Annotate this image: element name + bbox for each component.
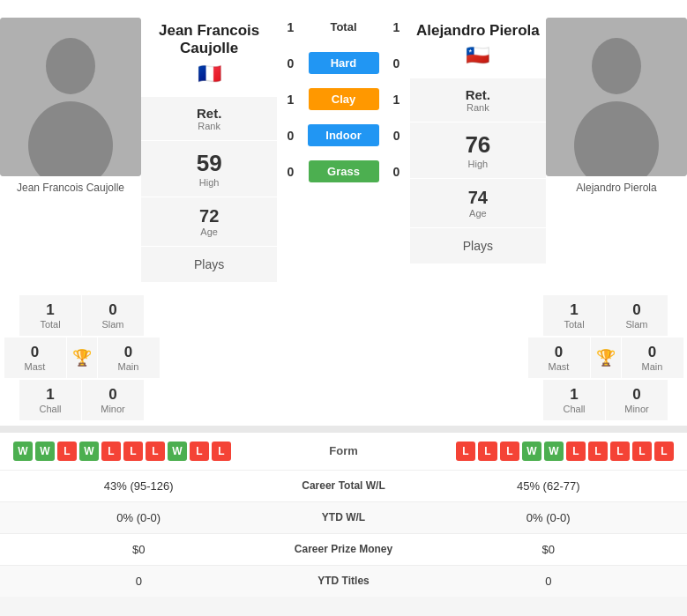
player1-photo-col: Jean Francois Caujolle: [0, 9, 141, 286]
stats-row: $0 Career Prize Money $0: [0, 533, 687, 565]
player2-flag: 🇨🇱: [416, 44, 540, 67]
player2-plays: Plays: [410, 228, 546, 263]
player1-photo: [0, 18, 141, 176]
hard-p1: 0: [282, 56, 300, 71]
grass-btn[interactable]: Grass: [309, 160, 379, 182]
clay-row: 1 Clay 1: [281, 81, 405, 117]
form-badge-p2: L: [632, 442, 652, 461]
p2-minor-cell: 0 Minor: [606, 380, 668, 420]
p2-trophy: 🏆: [591, 338, 621, 378]
svg-point-1: [46, 38, 95, 94]
stats-label: YTD Titles: [265, 575, 423, 587]
total-p1: 1: [282, 20, 300, 34]
total-p2: 1: [388, 20, 406, 34]
p2-total-slam-row: 1 Total 0 Slam: [524, 295, 687, 336]
p1-main-label: Main: [107, 361, 151, 372]
player1-bottom-stats: 1 Total 0 Slam 0 Mast 🏆 0 Main: [0, 295, 163, 421]
stats-label: YTD W/L: [265, 511, 423, 523]
p1-chall-val: 1: [28, 386, 72, 404]
indoor-p2: 0: [388, 129, 406, 143]
p2-slam-cell: 0 Slam: [606, 295, 668, 336]
player2-info: Alejandro Pierola 🇨🇱: [412, 13, 544, 71]
player2-age-box: 74 Age: [410, 179, 546, 227]
player2-rank-val: Ret.: [419, 87, 537, 102]
center-spacer: [163, 295, 524, 421]
stats-p1-val: 0: [13, 575, 265, 588]
player1-form-badges: WWLWLLLWLL: [13, 442, 300, 461]
form-badge-p2: L: [456, 442, 475, 461]
stats-label: Career Prize Money: [265, 543, 423, 555]
player1-high-box: 59 High: [141, 141, 277, 197]
p2-main-label: Main: [631, 361, 675, 372]
p1-minor-cell: 0 Minor: [82, 380, 144, 420]
stats-p1-val: $0: [13, 543, 265, 556]
p1-total-cell: 1 Total: [19, 295, 81, 336]
stats-p2-val: $0: [423, 543, 675, 556]
indoor-row: 0 Indoor 0: [281, 117, 405, 153]
p1-minor-label: Minor: [91, 404, 135, 414]
p2-mast-main-row: 0 Mast 🏆 0 Main: [524, 338, 687, 378]
clay-p1: 1: [282, 93, 300, 107]
player2-age-val: 74: [419, 188, 537, 208]
clay-btn[interactable]: Clay: [309, 88, 379, 110]
section-divider: [0, 426, 687, 433]
hard-row: 0 Hard 0: [281, 45, 405, 81]
center-column: 1 Total 1 0 Hard 0 1 Clay 1 0 Indoor: [277, 9, 409, 286]
p1-main-cell: 0 Main: [98, 338, 160, 378]
form-badge-p1: L: [57, 442, 77, 461]
player2-photo-col: Alejandro Pierola: [546, 9, 687, 286]
p2-slam-val: 0: [615, 301, 659, 319]
player2-rank-box: Ret. Rank: [410, 78, 546, 122]
stats-p2-val: 0: [423, 575, 675, 588]
player2-age-label: Age: [419, 208, 537, 219]
hard-btn[interactable]: Hard: [309, 52, 379, 74]
p1-slam-val: 0: [91, 301, 135, 319]
form-badge-p2: L: [566, 442, 586, 461]
p1-total-slam-row: 1 Total 0 Slam: [0, 295, 163, 336]
p2-chall-cell: 1 Chall: [543, 380, 605, 420]
form-badge-p2: L: [610, 442, 630, 461]
player1-plays: Plays: [141, 247, 277, 282]
total-btn[interactable]: Total: [309, 16, 379, 38]
player2-name: Alejandro Pierola: [416, 22, 540, 40]
player1-age-val: 72: [150, 206, 268, 226]
player2-high-val: 76: [419, 131, 537, 159]
form-badge-p2: L: [654, 442, 674, 461]
player2-name-below: Alejandro Pierola: [576, 182, 656, 194]
form-badge-p2: L: [500, 442, 519, 461]
form-badge-p1: W: [13, 442, 33, 461]
hard-p2: 0: [388, 56, 406, 71]
total-row: 1 Total 1: [281, 9, 405, 45]
form-badge-p1: L: [101, 442, 121, 461]
p2-chall-val: 1: [552, 386, 596, 404]
player1-info: Jean Francois Caujolle 🇫🇷: [141, 13, 277, 90]
player1-name-below: Jean Francois Caujolle: [17, 182, 124, 194]
player1-age-label: Age: [150, 226, 268, 237]
p2-total-val: 1: [552, 301, 596, 319]
trophy-icon-p1: 🏆: [72, 348, 92, 367]
trophy-icon-p2: 🏆: [596, 348, 616, 367]
p1-total-val: 1: [28, 301, 72, 319]
form-badge-p1: W: [35, 442, 55, 461]
p2-total-label: Total: [552, 319, 596, 330]
p2-slam-label: Slam: [615, 319, 659, 330]
form-badge-p2: L: [588, 442, 608, 461]
indoor-btn[interactable]: Indoor: [308, 124, 378, 146]
stats-table: 43% (95-126) Career Total W/L 45% (62-77…: [0, 470, 687, 597]
p2-mast-label: Mast: [537, 361, 581, 372]
p1-mast-main-row: 0 Mast 🏆 0 Main: [0, 338, 163, 378]
p1-total-label: Total: [28, 319, 72, 330]
player2-rank-label: Rank: [419, 102, 537, 113]
player1-high-label: High: [150, 177, 268, 188]
grass-p1: 0: [282, 165, 300, 179]
p2-total-cell: 1 Total: [543, 295, 605, 336]
player2-bottom-stats: 1 Total 0 Slam 0 Mast 🏆 0 Main: [524, 295, 687, 421]
player1-high-val: 59: [150, 150, 268, 177]
player2-photo: [546, 18, 687, 176]
form-badge-p1: L: [146, 442, 165, 461]
player2-form-badges: LLLWWLLLLL: [388, 442, 675, 461]
stats-p1-val: 0% (0-0): [13, 511, 265, 524]
player1-name: Jean Francois Caujolle: [146, 22, 273, 58]
form-badge-p1: W: [168, 442, 187, 461]
p1-chall-minor-row: 1 Chall 0 Minor: [0, 380, 163, 420]
